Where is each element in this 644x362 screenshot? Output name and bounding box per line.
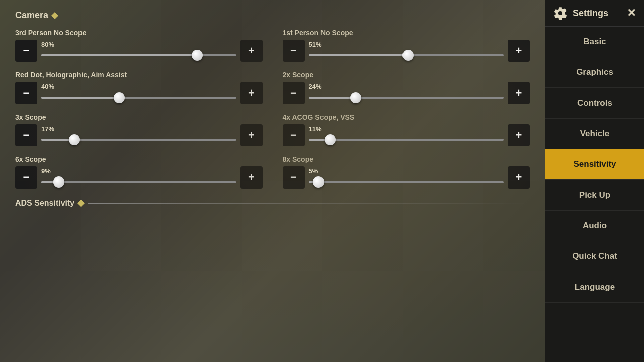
slider-label: 8x Scope [283, 155, 530, 163]
decrease-button[interactable]: − [15, 82, 37, 104]
diamond-icon [51, 12, 58, 19]
close-button[interactable]: ✕ [627, 7, 636, 20]
decrease-button[interactable]: − [283, 166, 305, 189]
decrease-button[interactable]: − [15, 166, 37, 189]
slider-group-8x-scope: 8x Scope−5%+ [283, 155, 530, 189]
slider-container: 80% [41, 41, 236, 61]
slider-container: 17% [41, 125, 236, 146]
slider-thumb[interactable] [53, 176, 64, 188]
slider-value: 24% [309, 83, 504, 90]
increase-button[interactable]: + [240, 82, 263, 104]
increase-button[interactable]: + [508, 82, 530, 104]
slider-group-2x-scope: 2x Scope−24%+ [283, 71, 530, 104]
camera-label: Camera [15, 10, 48, 21]
slider-row: −80%+ [15, 40, 263, 62]
ads-section: ADS Sensitivity [15, 199, 530, 208]
slider-track-wrapper[interactable] [41, 176, 236, 188]
slider-value: 11% [309, 125, 504, 133]
ads-diamond-icon [77, 200, 85, 207]
increase-button[interactable]: + [240, 40, 263, 62]
slider-track [309, 97, 504, 99]
sidebar-nav: BasicGraphicsControlsVehicleSensitivityP… [545, 27, 644, 362]
slider-value: 51% [309, 41, 504, 48]
ads-label: ADS Sensitivity [15, 199, 74, 208]
slider-group-3x-scope: 3x Scope−17%+ [15, 113, 263, 146]
slider-row: −11%+ [283, 124, 530, 146]
slider-fill [41, 97, 119, 99]
slider-track-wrapper[interactable] [41, 92, 236, 104]
sidebar-item-language[interactable]: Language [545, 272, 644, 303]
gear-icon [553, 6, 568, 20]
slider-label: 1st Person No Scope [283, 29, 530, 37]
slider-group-3rd-person-no-scope: 3rd Person No Scope−80%+ [15, 29, 263, 62]
slider-track-wrapper[interactable] [309, 92, 504, 104]
slider-container: 5% [309, 167, 504, 188]
slider-row: −5%+ [283, 166, 530, 189]
sidebar-item-sensitivity[interactable]: Sensitivity [545, 149, 644, 180]
slider-row: −40%+ [15, 82, 263, 104]
slider-value: 40% [41, 83, 236, 90]
slider-row: −51%+ [283, 40, 530, 62]
decrease-button[interactable]: − [283, 124, 305, 146]
slider-thumb[interactable] [325, 134, 336, 145]
slider-track-wrapper[interactable] [41, 49, 236, 61]
slider-thumb[interactable] [69, 134, 80, 145]
slider-track [309, 181, 504, 183]
slider-track-wrapper[interactable] [309, 134, 504, 146]
slider-label: Red Dot, Holographic, Aim Assist [15, 71, 263, 79]
decrease-button[interactable]: − [283, 40, 305, 62]
sidebar-item-audio[interactable]: Audio [545, 211, 644, 241]
slider-track [41, 97, 236, 99]
slider-label: 3x Scope [15, 113, 263, 121]
sliders-grid: 3rd Person No Scope−80%+1st Person No Sc… [15, 29, 530, 189]
sidebar-header-left: Settings [553, 6, 608, 20]
slider-label: 6x Scope [15, 155, 263, 163]
sidebar-item-vehicle[interactable]: Vehicle [545, 119, 644, 149]
decrease-button[interactable]: − [15, 40, 37, 62]
slider-fill [41, 54, 197, 56]
slider-label: 4x ACOG Scope, VSS [283, 113, 530, 121]
increase-button[interactable]: + [508, 124, 530, 146]
sidebar-item-pickup[interactable]: Pick Up [545, 180, 644, 211]
slider-track-wrapper[interactable] [41, 134, 236, 146]
slider-fill [309, 97, 356, 99]
increase-button[interactable]: + [240, 124, 263, 146]
slider-track [309, 139, 504, 141]
slider-container: 11% [309, 125, 504, 146]
slider-fill [309, 54, 409, 56]
slider-group-6x-scope: 6x Scope−9%+ [15, 155, 263, 189]
slider-row: −9%+ [15, 166, 263, 189]
slider-container: 51% [309, 41, 504, 61]
slider-label: 3rd Person No Scope [15, 29, 263, 37]
increase-button[interactable]: + [508, 166, 530, 189]
sidebar-item-controls[interactable]: Controls [545, 88, 644, 119]
slider-group-1st-person-no-scope: 1st Person No Scope−51%+ [283, 29, 530, 62]
slider-row: −24%+ [283, 82, 530, 104]
slider-value: 5% [309, 167, 504, 175]
sidebar-item-basic[interactable]: Basic [545, 27, 644, 57]
slider-container: 24% [309, 83, 504, 104]
slider-thumb[interactable] [313, 176, 324, 188]
slider-track [309, 54, 504, 56]
slider-track-wrapper[interactable] [309, 49, 504, 61]
sidebar-item-graphics[interactable]: Graphics [545, 57, 644, 88]
slider-value: 80% [41, 41, 236, 48]
sidebar-item-quickchat[interactable]: Quick Chat [545, 241, 644, 272]
decrease-button[interactable]: − [15, 124, 37, 146]
slider-container: 40% [41, 83, 236, 104]
slider-value: 17% [41, 125, 236, 133]
increase-button[interactable]: + [240, 166, 263, 189]
sidebar-header: Settings ✕ [545, 0, 644, 27]
sidebar: Settings ✕ BasicGraphicsControlsVehicleS… [545, 0, 644, 362]
slider-thumb[interactable] [403, 50, 414, 61]
slider-thumb[interactable] [192, 50, 203, 61]
slider-container: 9% [41, 167, 236, 188]
slider-group-red-dot--holographic--aim-assist: Red Dot, Holographic, Aim Assist−40%+ [15, 71, 263, 104]
slider-value: 9% [41, 167, 236, 175]
slider-thumb[interactable] [350, 92, 361, 103]
slider-track-wrapper[interactable] [309, 176, 504, 188]
slider-thumb[interactable] [114, 92, 125, 103]
slider-track [41, 181, 236, 183]
decrease-button[interactable]: − [283, 82, 305, 104]
increase-button[interactable]: + [508, 40, 530, 62]
